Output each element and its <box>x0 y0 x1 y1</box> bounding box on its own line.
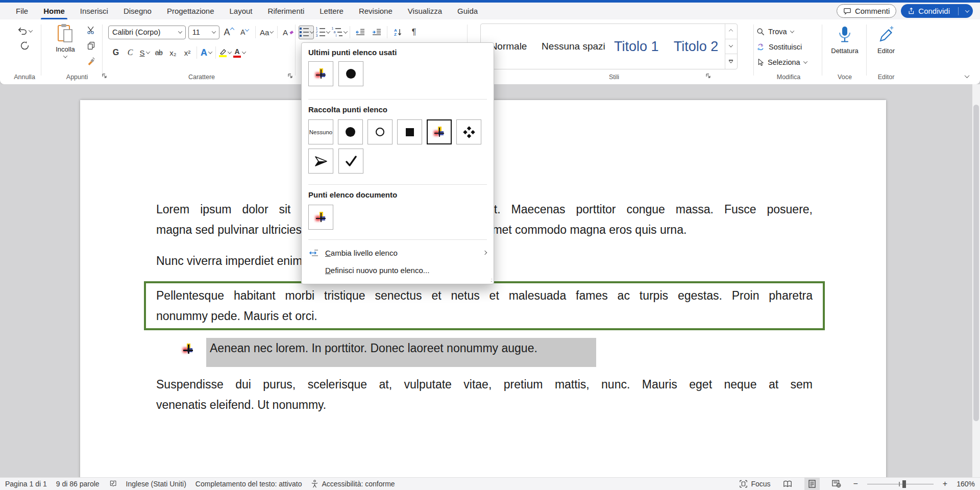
accessibility-indicator[interactable]: Accessibilità: conforme <box>311 480 395 488</box>
bullet-option-checkmark[interactable] <box>338 149 363 174</box>
cut-button[interactable] <box>84 23 98 37</box>
bullet-option-none[interactable]: Nessuno <box>308 119 333 144</box>
bullet-option-filled-circle[interactable] <box>338 119 363 144</box>
bullet-option-filled-square[interactable] <box>397 119 422 144</box>
group-editor: Editor Editor <box>868 23 904 81</box>
style-titolo-1[interactable]: Titolo 1 <box>605 24 668 69</box>
read-mode-button[interactable] <box>780 478 795 490</box>
font-dialog-launcher[interactable] <box>287 72 294 80</box>
language-indicator[interactable]: Inglese (Stati Uniti) <box>126 480 186 488</box>
share-button[interactable]: Condividi <box>901 4 973 18</box>
tab-home[interactable]: Home <box>36 3 72 19</box>
word-count-indicator[interactable]: 9 di 86 parole <box>56 480 100 488</box>
bullet-option-custom-image[interactable] <box>308 205 333 230</box>
tab-riferimenti[interactable]: Riferimenti <box>260 3 312 19</box>
comment-icon <box>843 7 851 15</box>
clear-formatting-button[interactable]: A <box>282 26 295 39</box>
bullet-option-custom-image-selected[interactable] <box>427 119 452 144</box>
tab-guida[interactable]: Guida <box>450 3 485 19</box>
change-list-level-item[interactable]: Cambia livello elenco <box>302 244 494 261</box>
font-size-combo[interactable]: 11 <box>188 26 219 39</box>
scrollbar-thumb[interactable] <box>973 105 979 421</box>
decrease-indent-button[interactable] <box>353 26 368 39</box>
define-new-bullet-item[interactable]: Definisci nuovo punto elenco... <box>302 261 494 279</box>
tab-lettere[interactable]: Lettere <box>312 3 351 19</box>
tab-disegno[interactable]: Disegno <box>116 3 159 19</box>
bullet-option-filled-circle[interactable] <box>338 61 363 86</box>
select-button[interactable]: Seleziona <box>756 55 821 69</box>
tab-file[interactable]: File <box>8 3 36 19</box>
bullet-option-arrow[interactable] <box>308 149 333 174</box>
accel-letter: D <box>325 266 331 275</box>
shrink-font-button[interactable]: A <box>238 26 251 39</box>
styles-dialog-launcher[interactable] <box>705 72 712 80</box>
highlight-color-button[interactable] <box>218 46 232 59</box>
editor-button[interactable]: Editor <box>868 23 904 55</box>
collapse-ribbon-button[interactable] <box>965 71 969 80</box>
tab-progettazione[interactable]: Progettazione <box>159 3 222 19</box>
styles-scroll-up-button[interactable] <box>725 24 737 39</box>
sort-button[interactable]: AZ <box>390 26 405 39</box>
undo-button[interactable] <box>13 24 36 38</box>
find-button[interactable]: Trova <box>756 24 821 39</box>
bullet-option-custom-image[interactable] <box>308 61 333 86</box>
redo-button[interactable] <box>13 39 36 52</box>
tab-revisione[interactable]: Revisione <box>351 3 400 19</box>
zoom-slider[interactable] <box>867 478 934 490</box>
print-layout-button[interactable] <box>804 478 820 490</box>
tab-inserisci[interactable]: Inserisci <box>72 3 116 19</box>
superscript-button[interactable]: x² <box>181 46 194 59</box>
chevron-down-icon[interactable] <box>965 8 969 12</box>
resize-grip[interactable]: .: <box>491 277 492 283</box>
dictate-button[interactable]: Dettatura <box>825 23 865 55</box>
comments-button[interactable]: Commenti <box>837 4 896 18</box>
text-prediction-indicator[interactable]: Completamento del testo: attivato <box>195 480 302 488</box>
font-color-button[interactable]: A <box>233 46 246 59</box>
font-name-combo[interactable]: Calibri (Corpo) <box>108 26 186 39</box>
subscript-button[interactable]: x₂ <box>166 46 180 59</box>
grow-font-button[interactable]: A <box>222 26 235 39</box>
show-formatting-marks-button[interactable]: ¶ <box>406 26 422 39</box>
bullet-option-open-circle[interactable] <box>368 119 393 144</box>
text-effects-button[interactable]: A <box>200 46 213 59</box>
strikethrough-button[interactable]: ab <box>152 46 165 59</box>
dictate-label: Dettatura <box>831 47 858 55</box>
paste-button[interactable]: Incolla <box>51 23 80 70</box>
proofing-status-button[interactable] <box>109 480 117 488</box>
bullets-button[interactable] <box>299 26 314 39</box>
chevron-down-icon[interactable] <box>309 29 313 33</box>
zoom-out-button[interactable]: − <box>853 479 858 488</box>
vertical-scrollbar[interactable] <box>972 84 980 477</box>
replace-button[interactable]: bc Sostituisci <box>756 40 821 54</box>
numbering-button[interactable]: 1 2 3 <box>315 26 330 39</box>
zoom-in-button[interactable]: + <box>943 479 947 488</box>
clipboard-dialog-launcher[interactable] <box>101 72 108 80</box>
tab-layout[interactable]: Layout <box>222 3 260 19</box>
styles-more-button[interactable] <box>725 54 737 69</box>
multilevel-list-button[interactable]: 1 a i <box>331 26 347 39</box>
comments-label: Commenti <box>855 7 890 15</box>
bold-button[interactable]: G <box>109 46 122 59</box>
web-layout-button[interactable] <box>829 478 844 490</box>
group-undo: Annulla <box>8 23 41 81</box>
increase-indent-button[interactable] <box>369 26 384 39</box>
format-painter-button[interactable] <box>84 54 98 67</box>
italic-button[interactable]: C <box>124 46 137 59</box>
page-number-indicator[interactable]: Pagina 1 di 1 <box>5 480 47 488</box>
zoom-slider-thumb[interactable] <box>902 480 906 488</box>
chevron-down-icon <box>326 29 330 33</box>
tab-visualizza[interactable]: Visualizza <box>400 3 450 19</box>
recent-bullets-header: Ultimi punti elenco usati <box>308 48 397 57</box>
copy-button[interactable] <box>84 39 98 52</box>
styles-scroll-down-button[interactable] <box>725 39 737 55</box>
underline-button[interactable]: S <box>138 46 151 59</box>
style-titolo-2[interactable]: Titolo 2 <box>668 24 725 69</box>
focus-mode-button[interactable]: Focus <box>739 480 770 488</box>
four-diamonds-icon <box>463 126 475 138</box>
zoom-level-indicator[interactable]: 160% <box>957 480 975 488</box>
bullet-option-four-diamonds[interactable] <box>456 119 481 144</box>
ribbon-tab-row: File Home Inserisci Disegno Progettazion… <box>0 3 980 19</box>
style-nessuna-spaziatura[interactable]: Nessuna spaziatura <box>536 24 605 69</box>
change-case-button[interactable]: Aa <box>260 26 273 39</box>
web-layout-icon <box>832 480 841 488</box>
